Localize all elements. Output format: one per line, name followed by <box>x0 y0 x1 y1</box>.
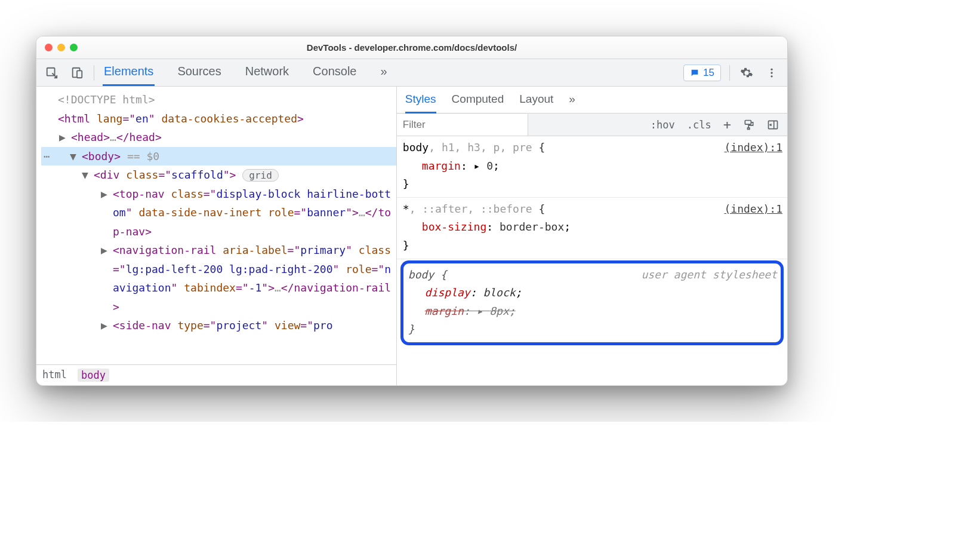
crumb-html[interactable]: html <box>42 369 67 382</box>
rule-universal-boxsizing[interactable]: (index):1 *, ::after, ::before { box-siz… <box>397 198 787 259</box>
grid-badge[interactable]: grid <box>242 169 279 182</box>
issues-count: 15 <box>703 67 714 79</box>
crumb-body[interactable]: body <box>78 369 109 382</box>
svg-point-3 <box>771 68 772 70</box>
gear-icon[interactable] <box>738 65 755 81</box>
tab-layout[interactable]: Layout <box>519 93 553 113</box>
toggle-sidebar-icon[interactable] <box>767 119 779 131</box>
rule-source-link[interactable]: (index):1 <box>724 200 782 219</box>
dom-tree[interactable]: <!DOCTYPE html> <html lang="en" data-coo… <box>36 87 396 364</box>
styles-body[interactable]: (index):1 body, h1, h3, p, pre { margin:… <box>397 136 787 385</box>
tab-network[interactable]: Network <box>244 60 290 85</box>
titlebar: DevTools - developer.chrome.com/docs/dev… <box>36 36 787 59</box>
divider <box>94 65 94 81</box>
ua-stylesheet-label: user agent stylesheet <box>641 266 777 284</box>
svg-rect-2 <box>77 70 82 78</box>
tab-computed[interactable]: Computed <box>452 93 504 113</box>
dom-navrail[interactable]: ▶<navigation-rail aria-label="primary" c… <box>41 241 396 316</box>
dom-sidenav-partial[interactable]: ▶<side-nav type="project" view="pro <box>41 316 396 335</box>
styles-tabs: Styles Computed Layout » <box>397 87 787 114</box>
inspect-icon[interactable] <box>44 65 60 81</box>
tab-overflow[interactable]: » <box>380 60 389 85</box>
dom-panel: <!DOCTYPE html> <html lang="en" data-coo… <box>36 87 397 385</box>
window-title: DevTools - developer.chrome.com/docs/dev… <box>36 42 787 53</box>
dom-body-selected[interactable]: ⋯▼<body> == $0 <box>41 147 396 166</box>
dom-html-open[interactable]: <html lang="en" data-cookies-accepted> <box>41 109 396 128</box>
dom-doctype[interactable]: <!DOCTYPE html> <box>41 90 396 109</box>
new-rule-icon[interactable]: + <box>723 117 731 132</box>
main-split: <!DOCTYPE html> <html lang="en" data-coo… <box>36 87 787 385</box>
tab-elements[interactable]: Elements <box>103 60 155 86</box>
svg-rect-6 <box>745 120 751 124</box>
styles-toolbar: :hov .cls + <box>397 114 787 136</box>
divider <box>729 65 730 81</box>
kebab-menu-icon[interactable] <box>763 65 780 81</box>
dom-head[interactable]: ▶<head>…</head> <box>41 128 396 147</box>
tab-styles[interactable]: Styles <box>405 93 436 114</box>
tab-sources[interactable]: Sources <box>176 60 222 85</box>
paint-icon[interactable] <box>743 119 755 131</box>
zoom-window-button[interactable] <box>70 44 78 51</box>
user-agent-rule-highlight[interactable]: user agent stylesheet body { display: bl… <box>400 260 784 345</box>
close-window-button[interactable] <box>45 44 53 51</box>
minimize-window-button[interactable] <box>57 44 65 51</box>
hov-toggle[interactable]: :hov <box>651 119 675 131</box>
dom-scaffold[interactable]: ▼<div class="scaffold"> grid <box>41 165 396 185</box>
styles-filter-input[interactable] <box>397 114 528 136</box>
main-tabs: Elements Sources Network Console » <box>103 60 389 85</box>
tab-overflow[interactable]: » <box>569 93 575 113</box>
rule-source-link[interactable]: (index):1 <box>724 139 782 157</box>
devtools-window: DevTools - developer.chrome.com/docs/dev… <box>36 36 788 386</box>
device-toggle-icon[interactable] <box>69 65 85 81</box>
svg-point-4 <box>771 72 772 73</box>
toolbar-right: 15 <box>683 65 780 81</box>
mac-traffic-lights <box>45 44 78 51</box>
issues-badge[interactable]: 15 <box>683 65 721 81</box>
svg-rect-7 <box>748 128 750 130</box>
tab-console[interactable]: Console <box>312 60 358 85</box>
cls-toggle[interactable]: .cls <box>687 119 711 131</box>
breadcrumb[interactable]: html body <box>36 364 396 385</box>
dom-topnav[interactable]: ▶<top-nav class="display-block hairline-… <box>41 185 396 241</box>
issues-icon <box>690 68 699 78</box>
devtools-toolbar: Elements Sources Network Console » 15 <box>36 59 787 87</box>
styles-panel: Styles Computed Layout » :hov .cls + <box>397 87 787 385</box>
rule-body-margin[interactable]: (index):1 body, h1, h3, p, pre { margin:… <box>397 136 787 198</box>
svg-point-5 <box>771 75 772 77</box>
